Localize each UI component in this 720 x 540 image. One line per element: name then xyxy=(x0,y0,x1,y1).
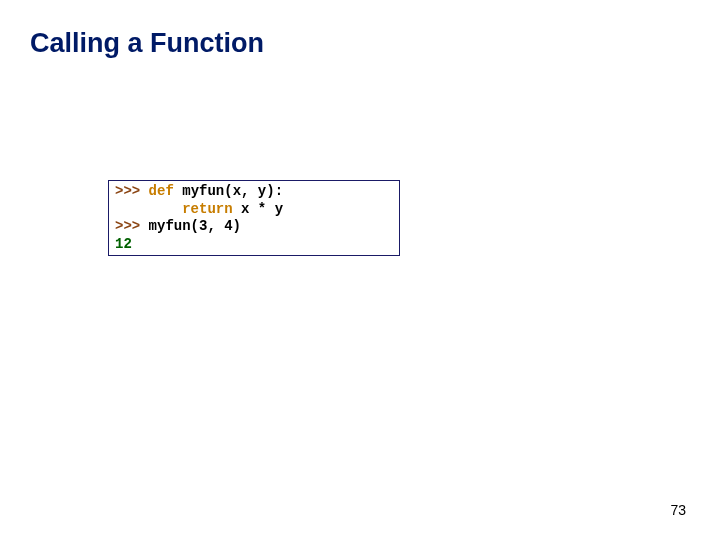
keyword-return: return xyxy=(182,201,232,217)
repl-prompt: >>> xyxy=(115,183,149,199)
code-text: x * y xyxy=(233,201,283,217)
code-block: >>> def myfun(x, y): return x * y >>> my… xyxy=(108,180,400,256)
code-text: myfun(3, 4) xyxy=(149,218,241,234)
keyword-def: def xyxy=(149,183,174,199)
code-result: 12 xyxy=(115,236,132,252)
code-indent xyxy=(115,201,182,217)
repl-prompt: >>> xyxy=(115,218,149,234)
slide: Calling a Function >>> def myfun(x, y): … xyxy=(0,0,720,540)
code-text: myfun(x, y): xyxy=(174,183,283,199)
page-number: 73 xyxy=(670,502,686,518)
page-title: Calling a Function xyxy=(30,28,264,59)
